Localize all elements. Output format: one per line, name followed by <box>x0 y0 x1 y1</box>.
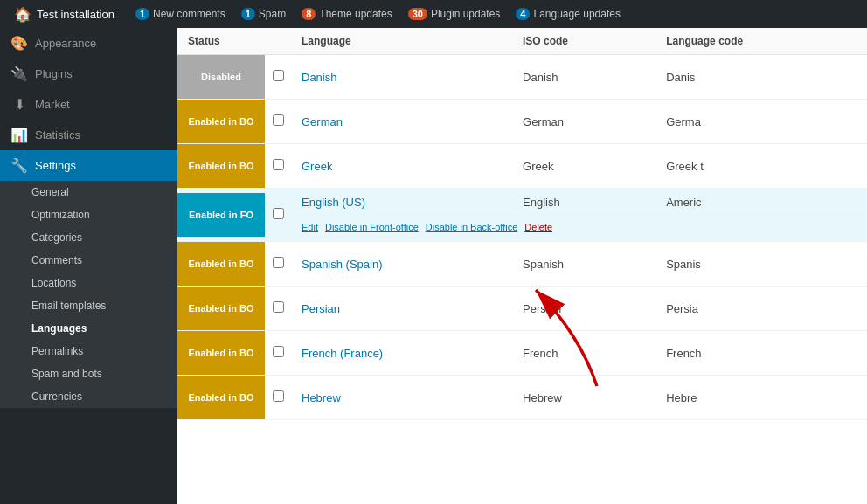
col-locale: Language code <box>655 28 867 55</box>
settings-submenu: General Optimization Categories Comments… <box>0 181 177 408</box>
table-wrapper: Status Language ISO code Language code D… <box>177 28 867 420</box>
row-checkbox[interactable] <box>273 114 284 126</box>
sidebar-item-plugins[interactable]: 🔌 Plugins <box>0 59 177 89</box>
language-name-link[interactable]: English (US) <box>302 196 365 209</box>
status-badge: Disabled <box>177 55 265 99</box>
row-checkbox[interactable] <box>273 390 284 402</box>
site-title[interactable]: 🏠 Test installation <box>7 6 121 23</box>
notif-spam[interactable]: 1Spam <box>234 6 293 22</box>
submenu-languages[interactable]: Languages <box>0 317 177 340</box>
sidebar-item-market[interactable]: ⬇ Market <box>0 89 177 120</box>
status-badge: Enabled in BO <box>177 376 265 419</box>
table-row: Enabled in BOHebrewHebrewHebre <box>177 376 867 420</box>
languages-table: Status Language ISO code Language code D… <box>177 28 867 420</box>
sidebar-item-appearance[interactable]: 🎨 Appearance <box>0 28 177 59</box>
status-badge: Enabled in BO <box>177 144 265 188</box>
locale-code: Hebre <box>655 376 867 420</box>
status-badge: Enabled in BO <box>177 287 265 330</box>
language-name-link[interactable]: French (France) <box>302 347 383 360</box>
row-checkbox[interactable] <box>273 159 284 170</box>
table-row: Enabled in BOGreekGreekGreek t <box>177 144 867 189</box>
locale-code: Americ <box>655 189 867 217</box>
home-icon: 🏠 <box>14 6 31 23</box>
iso-code: German <box>512 100 655 144</box>
submenu-categories[interactable]: Categories <box>0 226 177 249</box>
row-checkbox[interactable] <box>273 301 284 313</box>
settings-icon: 🔧 <box>10 157 28 174</box>
language-name-link[interactable]: Persian <box>302 302 340 315</box>
language-name-link[interactable]: Spanish (Spain) <box>302 258 383 271</box>
locale-code: Greek t <box>655 144 867 189</box>
main-content: Status Language ISO code Language code D… <box>177 28 867 504</box>
col-status: Status <box>177 28 265 55</box>
market-icon: ⬇ <box>10 96 28 113</box>
sidebar-item-label: Appearance <box>35 37 96 50</box>
submenu-optimization[interactable]: Optimization <box>0 204 177 226</box>
admin-bar: 🏠 Test installation 1New comments1Spam8T… <box>0 0 867 28</box>
sidebar-item-label: Plugins <box>35 67 73 80</box>
submenu-spam-and-bots[interactable]: Spam and bots <box>0 362 177 385</box>
sidebar-item-statistics[interactable]: 📊 Statistics <box>0 120 177 150</box>
sidebar: 🎨 Appearance 🔌 Plugins ⬇ Market 📊 Statis… <box>0 28 177 504</box>
table-row: Enabled in BOFrench (France)FrenchFrench <box>177 331 867 376</box>
notif-new-comments[interactable]: 1New comments <box>128 6 232 22</box>
notif-language-updates[interactable]: 4Language updates <box>509 6 628 22</box>
language-name-link[interactable]: German <box>302 115 343 128</box>
plugins-icon: 🔌 <box>10 66 28 82</box>
col-checkbox <box>265 28 291 55</box>
notifications-bar: 1New comments1Spam8Theme updates30Plugin… <box>128 6 628 22</box>
main-layout: 🎨 Appearance 🔌 Plugins ⬇ Market 📊 Statis… <box>0 28 867 504</box>
status-badge: Enabled in BO <box>177 100 265 143</box>
locale-code: French <box>655 331 867 376</box>
notif-plugin-updates[interactable]: 30Plugin updates <box>401 6 508 22</box>
sidebar-item-settings[interactable]: 🔧 Settings <box>0 150 177 181</box>
locale-code: Germa <box>655 100 867 144</box>
submenu-locations[interactable]: Locations <box>0 272 177 294</box>
sidebar-item-label: Market <box>35 98 70 111</box>
action-delete[interactable]: Delete <box>524 222 552 232</box>
iso-code: French <box>512 331 655 376</box>
language-name-link[interactable]: Hebrew <box>302 391 341 404</box>
notif-theme-updates[interactable]: 8Theme updates <box>295 6 399 22</box>
languages-table-container: Status Language ISO code Language code D… <box>177 28 867 504</box>
iso-code: Greek <box>512 144 655 189</box>
action-disable-in-back-office[interactable]: Disable in Back-office <box>426 222 518 232</box>
table-row: DisabledDanishDanishDanis <box>177 55 867 100</box>
table-row: Enabled in BOGermanGermanGerma <box>177 100 867 144</box>
iso-code: Danish <box>512 55 655 100</box>
submenu-general[interactable]: General <box>0 181 177 204</box>
submenu-permalinks[interactable]: Permalinks <box>0 340 177 362</box>
site-name: Test installation <box>37 8 114 21</box>
row-checkbox[interactable] <box>273 208 284 219</box>
row-checkbox[interactable] <box>273 257 284 268</box>
row-actions: EditDisable in Front-officeDisable in Ba… <box>302 218 857 236</box>
action-disable-in-front-office[interactable]: Disable in Front-office <box>325 222 419 232</box>
locale-code: Spanis <box>655 242 867 287</box>
language-name-link[interactable]: Danish <box>302 71 336 84</box>
iso-code: English <box>512 189 655 217</box>
iso-code: Hebrew <box>512 376 655 420</box>
col-iso: ISO code <box>512 28 655 55</box>
locale-code: Danis <box>655 55 867 100</box>
submenu-email-templates[interactable]: Email templates <box>0 294 177 317</box>
status-badge: Enabled in BO <box>177 242 265 286</box>
submenu-currencies[interactable]: Currencies <box>0 385 177 408</box>
row-checkbox[interactable] <box>273 70 284 81</box>
locale-code: Persia <box>655 287 867 331</box>
iso-code: Spanish <box>512 242 655 287</box>
col-language: Language <box>291 28 512 55</box>
language-name-link[interactable]: Greek <box>302 160 332 173</box>
table-row: Enabled in BOPersianPersianPersia <box>177 287 867 331</box>
iso-code: Persian <box>512 287 655 331</box>
sidebar-item-label: Statistics <box>35 128 80 142</box>
table-row: Enabled in BOSpanish (Spain)SpanishSpani… <box>177 242 867 287</box>
statistics-icon: 📊 <box>10 127 28 143</box>
submenu-comments[interactable]: Comments <box>0 249 177 272</box>
status-badge: Enabled in BO <box>177 331 265 375</box>
action-edit[interactable]: Edit <box>302 222 318 232</box>
sidebar-item-label: Settings <box>35 159 76 172</box>
row-checkbox[interactable] <box>273 346 284 357</box>
appearance-icon: 🎨 <box>10 35 28 52</box>
